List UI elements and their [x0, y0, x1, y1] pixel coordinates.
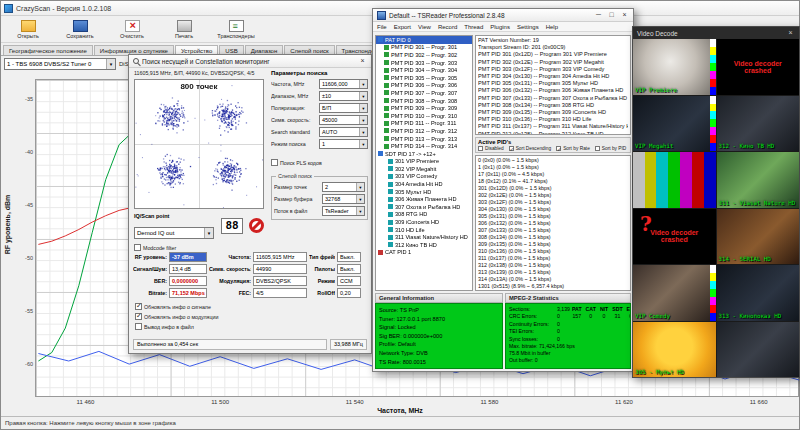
tree-item[interactable]: PMT PID 304 -- Progr. 304: [376, 66, 472, 74]
param-input[interactable]: 1: [319, 139, 368, 149]
video-tile[interactable]: 311 - Viasat Nature HD: [717, 152, 800, 208]
pid-row[interactable]: 308 (0x134) (0.0% ~ 1.5 kbps): [478, 234, 628, 241]
pid-row[interactable]: 311 (0x137) (0.0% ~ 1.5 kbps): [478, 255, 628, 262]
tree-item[interactable]: PMT PID 303 -- Progr. 303: [376, 59, 472, 67]
video-tile[interactable]: VIP Megahit: [633, 96, 716, 152]
video-tile[interactable]: [633, 152, 716, 208]
close-icon[interactable]: ×: [356, 55, 369, 67]
tree-item[interactable]: 311 Viasat Nature/History HD: [376, 233, 472, 241]
toolbar-button[interactable]: Печать: [159, 17, 209, 42]
tree-item[interactable]: 310 HD Life: [376, 226, 472, 234]
video-decode-titlebar[interactable]: Video Decode ×: [633, 27, 799, 39]
tree-item[interactable]: 305 Мульт HD: [376, 188, 472, 196]
pid-row[interactable]: 17 (0x11) (0.0% ~ 4.5 kbps): [478, 171, 628, 178]
menu-item[interactable]: Export: [394, 24, 411, 30]
param-input[interactable]: AUTO: [319, 127, 368, 137]
tree-item[interactable]: 302 VIP Megahit: [376, 165, 472, 173]
menu-item[interactable]: Plugins: [490, 24, 510, 30]
pat-details-pane[interactable]: PAT Version Number: 19 Transport Stream …: [475, 35, 631, 135]
pid-row[interactable]: 302 (0x12E) (0.0% ~ 1.5 kbps): [478, 192, 628, 199]
toolbar-button[interactable]: Сохранить: [55, 17, 105, 42]
video-tile[interactable]: 313 - Кинопоказ HD: [717, 265, 800, 321]
pid-row[interactable]: 314 (0x13A) (0.0% ~ 1.5 kbps): [478, 276, 628, 283]
close-icon[interactable]: ×: [784, 27, 797, 39]
tree-item[interactable]: PMT PID 312 -- Progr. 312: [376, 127, 472, 135]
param-input[interactable]: 11606,000: [319, 79, 368, 89]
pid-row[interactable]: 307 (0x133) (0.0% ~ 1.5 kbps): [478, 227, 628, 234]
pid-row[interactable]: 309 (0x135) (0.0% ~ 1.5 kbps): [478, 241, 628, 248]
menu-item[interactable]: Settings: [517, 24, 539, 30]
toolbar-button[interactable]: Очистить: [107, 17, 157, 42]
param-input[interactable]: 32768: [322, 194, 365, 204]
video-tile[interactable]: 314 - SERIAL HD: [717, 209, 800, 265]
pid-row[interactable]: 1 (0x1) (0.0% ~ 1.5 kbps): [478, 164, 628, 171]
tree-item[interactable]: CAT PID 1: [376, 249, 472, 257]
pid-row[interactable]: 1302 (0x516) (8.4% ~ 6,002.1 kbps): [478, 290, 628, 291]
video-tile[interactable]: VIP Comedy: [633, 265, 716, 321]
pid-row[interactable]: 1301 (0x515) (8.9% ~ 6,357.4 kbps): [478, 283, 628, 290]
tree-item[interactable]: PMT PID 311 -- Progr. 311: [376, 120, 472, 128]
tree-item[interactable]: PMT PID 306 -- Progr. 306: [376, 82, 472, 90]
video-tile[interactable]: 312 - Кино ТВ HD: [717, 96, 800, 152]
tree-item[interactable]: PMT PID 313 -- Progr. 313: [376, 135, 472, 143]
filter-checkbox[interactable]: Sort Descending: [509, 146, 551, 151]
modcode-filter-checkbox[interactable]: Modcode filter: [134, 244, 176, 251]
tree-item[interactable]: PMT PID 314 -- Progr. 314: [376, 142, 472, 150]
pls-search-checkbox[interactable]: Поиск PLS кодов: [271, 159, 322, 166]
tree-item[interactable]: 308 RTG HD: [376, 211, 472, 219]
pid-row[interactable]: 306 (0x132) (0.0% ~ 1.5 kbps): [478, 220, 628, 227]
param-input[interactable]: 2: [322, 182, 365, 192]
pid-row[interactable]: 301 (0x12D) (0.0% ~ 1.5 kbps): [478, 185, 628, 192]
tree-item[interactable]: PMT PID 302 -- Progr. 302: [376, 51, 472, 59]
video-tile[interactable]: VIP Premiere: [633, 39, 716, 95]
video-tile[interactable]: ? Video decoder crashed: [633, 209, 716, 265]
param-input[interactable]: ±10: [319, 91, 368, 101]
param-input[interactable]: TsReader: [322, 206, 365, 216]
pid-row[interactable]: 18 (0x12) (0.1% ~ 41.7 kbps): [478, 178, 628, 185]
tree-item[interactable]: PMT PID 305 -- Progr. 305: [376, 74, 472, 82]
menu-item[interactable]: View: [418, 24, 431, 30]
tree-item[interactable]: PMT PID 301 -- Progr. 301: [376, 44, 472, 52]
tree-item[interactable]: PMT PID 309 -- Progr. 309: [376, 104, 472, 112]
pid-row[interactable]: 304 (0x130) (0.0% ~ 1.5 kbps): [478, 206, 628, 213]
tree-item[interactable]: PMT PID 310 -- Progr. 310: [376, 112, 472, 120]
menu-item[interactable]: File: [377, 24, 387, 30]
tree-item[interactable]: 301 VIP Premiere: [376, 158, 472, 166]
filter-checkbox[interactable]: Sort by PID: [595, 146, 627, 151]
video-tile[interactable]: 305 - Мульт HD: [633, 322, 716, 378]
menu-item[interactable]: Help: [546, 24, 558, 30]
pid-row[interactable]: 312 (0x138) (0.0% ~ 1.5 kbps): [478, 262, 628, 269]
tree-item[interactable]: SDT PID 17 -> +12+: [376, 150, 472, 158]
filter-checkbox[interactable]: Disabled: [478, 146, 504, 151]
param-input[interactable]: Б/П: [319, 103, 368, 113]
tsreader-titlebar[interactable]: Default -- TSReader Professional 2.8.48 …: [373, 9, 633, 22]
pid-row[interactable]: 305 (0x131) (0.0% ~ 1.5 kbps): [478, 213, 628, 220]
tree-item[interactable]: 306 Живая Планета HD: [376, 195, 472, 203]
option-checkbox[interactable]: Обновлять инфо о модуляции: [135, 313, 218, 320]
tree-item[interactable]: 304 Amedia Hit HD: [376, 180, 472, 188]
param-input[interactable]: 45000: [319, 115, 368, 125]
pid-row[interactable]: 0 (0x0) (0.0% ~ 1.5 kbps): [478, 157, 628, 164]
menu-item[interactable]: Thread: [464, 24, 483, 30]
active-pids-list[interactable]: 0 (0x0) (0.0% ~ 1.5 kbps) 1 (0x1) (0.0% …: [475, 155, 631, 291]
pid-row[interactable]: 310 (0x136) (0.0% ~ 1.5 kbps): [478, 248, 628, 255]
maximize-icon[interactable]: □: [605, 9, 618, 21]
minimize-icon[interactable]: ─: [592, 9, 605, 21]
tree-item[interactable]: 312 Кино ТВ HD: [376, 241, 472, 249]
video-tile[interactable]: Video decoder crashed: [717, 39, 800, 95]
close-icon[interactable]: ×: [618, 9, 631, 21]
tree-item[interactable]: PMT PID 308 -- Progr. 308: [376, 97, 472, 105]
tree-item[interactable]: PMT PID 307 -- Progr. 307: [376, 89, 472, 97]
toolbar-button[interactable]: Транспондеры: [211, 17, 261, 42]
tree-item[interactable]: 303 VIP Comedy: [376, 173, 472, 181]
constellation-titlebar[interactable]: Поиск несущей и Constellation мониторинг…: [129, 55, 371, 68]
pid-row[interactable]: 303 (0x12F) (0.0% ~ 1.5 kbps): [478, 199, 628, 206]
tree-item[interactable]: PAT PID 0: [376, 36, 472, 44]
constellation-plot[interactable]: 800 точек: [134, 79, 264, 209]
filter-checkbox[interactable]: Sort by Rate: [556, 146, 590, 151]
option-checkbox[interactable]: Обновлять инфо о сигнале: [135, 303, 218, 310]
video-tile[interactable]: [717, 322, 800, 378]
tree-item[interactable]: 307 Охота и Рыбалка HD: [376, 203, 472, 211]
menu-item[interactable]: Record: [438, 24, 457, 30]
pid-row[interactable]: 313 (0x139) (0.0% ~ 1.5 kbps): [478, 269, 628, 276]
